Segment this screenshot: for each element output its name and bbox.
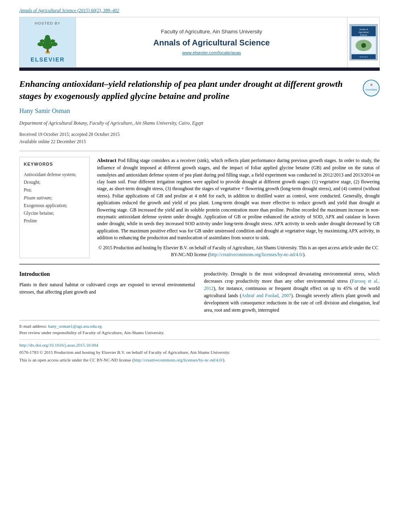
svg-point-6 [37, 42, 44, 46]
dark-bar [19, 68, 380, 71]
crossmark-badge[interactable]: ✕ CrossMark [363, 80, 380, 99]
elsevier-logo: ELSEVIER [31, 28, 65, 64]
svg-text:Annals of: Annals of [359, 28, 368, 31]
email-footnote: E-mail address: hany_osman1@agr.asu.edu.… [19, 323, 380, 330]
abstract-text: Abstract Pod filling stage considers as … [97, 157, 380, 241]
dates: Received 19 October 2015; accepted 28 Oc… [19, 131, 380, 146]
article-title-section: Enhancing antioxidant–yield relationship… [19, 78, 380, 102]
journal-name-banner: Annals of Agricultural Science [153, 37, 269, 48]
header-left: HOSTED BY [20, 17, 76, 67]
keywords-title: KEYWORDS [24, 161, 85, 167]
abstract-label: Abstract [97, 157, 116, 163]
faculty-name: Faculty of Agriculture, Ain Shams Univer… [161, 28, 262, 35]
peer-review-note: Peer review under responsibility of Facu… [19, 329, 380, 336]
email-link[interactable]: hany_osman1@agr.asu.edu.eg [48, 324, 102, 329]
list-item: Pisum sativum; [24, 194, 85, 201]
footer-copyright-2: This is an open access article under the… [19, 357, 380, 363]
list-item: Antioxidant defense system; [24, 171, 85, 179]
svg-text:Vol 60 No 2: Vol 60 No 2 [359, 56, 368, 58]
list-item: Proline [24, 217, 85, 224]
cover-svg: Annals of Agricultural Science Vol 60 No… [350, 25, 377, 60]
keywords-abstract-section: KEYWORDS Antioxidant defense system; Dro… [19, 157, 380, 258]
svg-text:✕: ✕ [370, 83, 373, 87]
doi-anchor[interactable]: http://dx.doi.org/10.1016/j.aoas.2015.10… [19, 343, 98, 347]
svg-point-18 [361, 43, 366, 48]
abstract-column: Abstract Pod filling stage considers as … [97, 157, 380, 258]
received-date: Received 19 October 2015; accepted 28 Oc… [19, 132, 119, 137]
farooq-ref-link[interactable]: Farooq et al., 2012 [204, 278, 380, 291]
body-right-text: productivity. Drought is the most widesp… [204, 270, 380, 314]
abstract-body: Pod filling stage considers as a receive… [97, 158, 380, 240]
elsevier-text: ELSEVIER [31, 56, 65, 64]
keywords-column: KEYWORDS Antioxidant defense system; Dro… [19, 157, 90, 258]
doi-link: http://dx.doi.org/10.1016/j.aoas.2015.10… [19, 342, 380, 348]
list-item: Drought; [24, 179, 85, 186]
svg-point-5 [45, 35, 50, 39]
list-item: Exogenous application; [24, 201, 85, 209]
page-wrapper: Annals of Agricultural Science (2015) 60… [0, 0, 399, 371]
svg-point-9 [50, 39, 55, 43]
divider-2 [19, 264, 380, 265]
list-item: Glycine betaine; [24, 209, 85, 217]
footer-section: E-mail address: hany_osman1@agr.asu.edu.… [19, 320, 380, 363]
keywords-list: Antioxidant defense system; Drought; Pea… [24, 171, 85, 225]
divider-1 [19, 151, 380, 151]
hosted-by-label: HOSTED BY [35, 21, 61, 26]
footer-bottom: http://dx.doi.org/10.1016/j.aoas.2015.10… [19, 339, 380, 363]
body-right-col: productivity. Drought is the most widesp… [204, 270, 380, 314]
body-left-text: Plants in their natural habitat or culti… [19, 281, 195, 296]
header-center: Faculty of Agriculture, Ain Shams Univer… [76, 17, 347, 67]
crossmark-icon: ✕ CrossMark [363, 80, 380, 97]
svg-point-7 [51, 42, 58, 46]
journal-link[interactable]: Annals of Agricultural Science (2015) 60… [19, 7, 380, 14]
article-title: Enhancing antioxidant–yield relationship… [19, 78, 357, 102]
header-right: Annals of Agricultural Science Vol 60 No… [347, 17, 379, 67]
affiliation: Department of Agricultural Botany, Facul… [19, 120, 380, 127]
body-left-col: Introduction Plants in their natural hab… [19, 270, 195, 314]
svg-text:Agricultural: Agricultural [358, 31, 368, 33]
body-section: Introduction Plants in their natural hab… [19, 270, 380, 314]
header-banner: HOSTED BY [19, 17, 380, 68]
journal-cover-image: Annals of Agricultural Science Vol 60 No… [350, 24, 378, 60]
available-date: Available online 22 December 2015 [19, 139, 86, 144]
ashraf-ref-link[interactable]: Ashraf and Foolad, 2007 [241, 293, 291, 298]
abstract-copyright: © 2015 Production and hosting by Elsevie… [97, 244, 380, 258]
cc-license-link[interactable]: http://creativecommons.org/licenses/by-n… [210, 252, 303, 257]
email-label: E-mail address: [19, 324, 47, 329]
elsevier-tree-icon [33, 28, 63, 54]
footer-copyright-1: 0570-1783 © 2015 Production and hosting … [19, 349, 380, 355]
author-name: Hany Samir Osman [19, 107, 380, 115]
svg-text:Science: Science [360, 34, 367, 36]
svg-point-21 [363, 80, 379, 96]
svg-point-8 [40, 39, 45, 43]
intro-heading: Introduction [19, 270, 195, 278]
svg-text:CrossMark: CrossMark [365, 88, 377, 91]
footer-license-link[interactable]: http://creativecommons.org/licenses/by-n… [134, 357, 223, 362]
journal-url[interactable]: www.elsevier.com/locate/aoas [182, 50, 241, 56]
list-item: Pea; [24, 186, 85, 194]
